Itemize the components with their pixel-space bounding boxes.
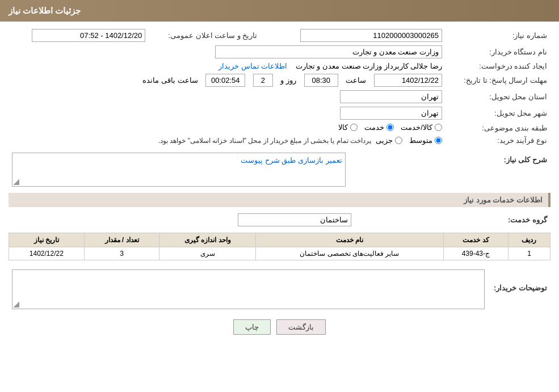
province-row: استان محل تحویل: تهران [9,88,550,105]
response-day-input: 2 [253,74,273,87]
col-header-name: نام خدمت [256,233,444,247]
need-number-input: 1102000003000265 [300,29,442,42]
page-wrapper: جزئیات اطلاعات نیاز شماره نیاز: 11020000… [0,0,559,392]
process-radio-motavaset[interactable] [435,137,442,144]
category-radio-khadamat[interactable] [386,124,394,131]
category-label-kala: کالا [338,123,348,132]
col-header-row-num: ردیف [508,233,550,247]
response-deadline-row: مهلت ارسال پاسخ: تا تاریخ: 1402/12/22 سا… [9,72,550,88]
category-option-khadamat[interactable]: خدمت [364,123,394,132]
category-radio-kala[interactable] [350,124,358,131]
category-radio-group: کالا/خدمت خدمت کالا [338,123,442,132]
description-textarea: تعمیر بازسازی طبق شرح پیوست [12,153,346,187]
cell-unit: سری [159,247,256,260]
category-label-kala-khadamat: کالا/خدمت [401,123,432,132]
col-header-code: کد خدمت [443,233,508,247]
need-number-value: 1102000003000265 [272,27,445,44]
response-date-input: 1402/12/22 [374,74,442,87]
creator-text: رضا جلالی کاربرداز وزارت صنعت معدن و تجا… [296,62,442,70]
province-input: تهران [340,90,442,103]
print-button[interactable]: چاپ [233,319,271,335]
city-input: تهران [340,107,442,120]
process-option-motavaset[interactable]: متوسط [409,136,442,145]
response-time-label: ساعت [346,76,366,85]
table-row: 1 ج-43-439 سایر فعالیت‌های تخصصی ساختمان… [9,247,550,260]
province-label: استان محل تحویل: [445,88,550,105]
category-label: طبقه بندی موضوعی: [445,121,550,134]
process-row: نوع فرآیند خرید: متوسط جزیی [9,134,550,146]
services-table: ردیف کد خدمت نام خدمت واحد اندازه گیری ت… [9,233,550,260]
page-title: جزئیات اطلاعات نیاز [9,6,81,15]
page-header: جزئیات اطلاعات نیاز [0,0,559,22]
notes-label: توضیحات خریدار: [488,265,550,311]
category-label-khadamat: خدمت [364,123,384,132]
need-number-label: شماره نیاز: [445,27,550,44]
col-header-quantity: تعداد / مقدار [84,233,159,247]
process-description: پرداخت تمام یا بخشی از مبلغ خریدار از مح… [158,137,371,145]
announce-datetime-input: 1402/12/20 - 07:52 [32,29,145,42]
group-value-cell: ساختمان [9,212,355,228]
category-options: کالا/خدمت خدمت کالا [9,121,445,134]
buyer-org-label: نام دستگاه خریدار: [445,44,550,60]
cell-date: 1402/12/22 [9,247,85,260]
notes-value-cell [9,265,488,311]
creator-row: ایجاد کننده درخواست: رضا جلالی کاربرداز … [9,60,550,72]
category-option-kala[interactable]: کالا [338,123,358,132]
back-button[interactable]: بازگشت [276,319,326,335]
process-label-jozi: جزیی [376,136,393,145]
category-option-kala-khadamat[interactable]: کالا/خدمت [401,123,442,132]
description-value-cell: تعمیر بازسازی طبق شرح پیوست [9,151,349,188]
main-info-table: شماره نیاز: 1102000003000265 تاریخ و ساع… [9,27,550,146]
description-table: شرح کلی نیاز: تعمیر بازسازی طبق شرح پیوس… [9,151,550,188]
announce-datetime-value: 1402/12/20 - 07:52 [9,27,149,44]
city-row: شهر محل تحویل: تهران [9,105,550,121]
response-time-input: 08:30 [304,74,338,87]
notes-row: توضیحات خریدار: [9,265,550,311]
group-service-table: گروه خدمت: ساختمان [9,212,550,228]
response-deadline-label: مهلت ارسال پاسخ: تا تاریخ: [445,72,550,88]
creator-label: ایجاد کننده درخواست: [445,60,550,72]
process-label: نوع فرآیند خرید: [445,134,550,146]
province-value: تهران [9,88,445,105]
process-value: متوسط جزیی پرداخت تمام یا بخشی از مبلغ خ… [9,134,445,146]
col-header-date: تاریخ نیاز [9,233,85,247]
category-radio-kala-khadamat[interactable] [435,124,442,131]
category-row: طبقه بندی موضوعی: کالا/خدمت خدمت [9,121,550,134]
notes-box [12,269,485,309]
buyer-org-row: نام دستگاه خریدار: وزارت صنعت معدن و تجا… [9,44,550,60]
response-remaining-input: 00:02:54 [205,74,245,87]
creator-link[interactable]: اطلاعات تماس خریدار [218,62,287,70]
city-label: شهر محل تحویل: [445,105,550,121]
cell-code: ج-43-439 [443,247,508,260]
response-deadline-value: 1402/12/22 ساعت 08:30 روز و 2 00:02:54 س… [9,72,445,88]
group-row: گروه خدمت: ساختمان [9,212,550,228]
process-radio-jozi[interactable] [395,137,402,144]
cell-quantity: 3 [84,247,159,260]
services-table-header-row: ردیف کد خدمت نام خدمت واحد اندازه گیری ت… [9,233,550,247]
resize-handle-notes[interactable] [14,302,19,307]
city-value: تهران [9,105,445,121]
content-area: شماره نیاز: 1102000003000265 تاریخ و ساع… [0,22,559,349]
description-text: تعمیر بازسازی طبق شرح پیوست [241,156,342,165]
notes-table: توضیحات خریدار: [9,265,550,311]
announce-datetime-label: تاریخ و ساعت اعلان عمومی: [149,27,260,44]
process-radio-group: متوسط جزیی [376,136,442,145]
buyer-org-value: وزارت صنعت معدن و تجارت [9,44,445,60]
need-number-row: شماره نیاز: 1102000003000265 تاریخ و ساع… [9,27,550,44]
button-row: بازگشت چاپ [9,319,550,335]
group-label: گروه خدمت: [355,212,550,228]
response-remaining-label: ساعت باقی مانده [142,76,197,85]
creator-value: رضا جلالی کاربرداز وزارت صنعت معدن و تجا… [9,60,445,72]
cell-name: سایر فعالیت‌های تخصصی ساختمان [256,247,444,260]
buyer-org-input: وزارت صنعت معدن و تجارت [215,45,442,58]
description-row: شرح کلی نیاز: تعمیر بازسازی طبق شرح پیوس… [9,151,550,188]
resize-handle-description[interactable] [14,179,19,185]
group-input: ساختمان [238,213,351,226]
process-label-motavaset: متوسط [409,136,432,145]
cell-row-num: 1 [508,247,550,260]
response-day-label: روز و [280,76,296,85]
services-section-title: اطلاعات خدمات مورد نیاز [9,193,550,207]
col-header-unit: واحد اندازه گیری [159,233,256,247]
services-table-body: 1 ج-43-439 سایر فعالیت‌های تخصصی ساختمان… [9,247,550,260]
process-option-jozi[interactable]: جزیی [376,136,402,145]
